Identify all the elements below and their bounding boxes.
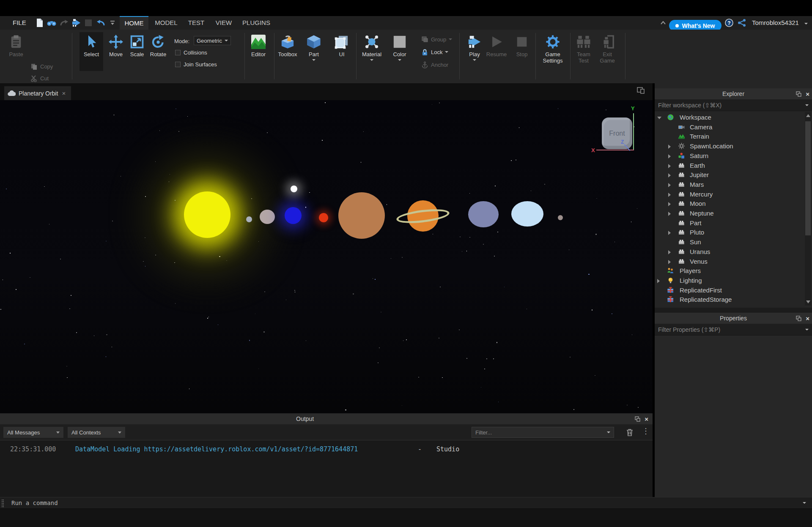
explorer-item-camera[interactable]: Camera <box>655 123 804 132</box>
explorer-item-spawnlocation[interactable]: SpawnLocation <box>655 142 804 151</box>
chevron-right-icon[interactable] <box>668 164 671 168</box>
explorer-item-saturn[interactable]: Saturn <box>655 151 804 161</box>
ui-button[interactable]: UI <box>330 32 354 71</box>
explorer-item-terrain[interactable]: Terrain <box>655 132 804 142</box>
planet-moon[interactable] <box>291 186 297 192</box>
anchor-button[interactable]: Anchor <box>421 60 448 69</box>
resume-button[interactable]: Resume <box>485 32 508 71</box>
explorer-item-workspace[interactable]: Workspace <box>655 113 804 123</box>
quick-play-icon[interactable] <box>71 18 81 28</box>
tab-home[interactable]: HOME <box>120 16 148 30</box>
chevron-right-icon[interactable] <box>668 193 671 197</box>
properties-close-icon[interactable]: × <box>806 316 809 321</box>
share-icon[interactable] <box>737 18 747 28</box>
explorer-item-pluto[interactable]: Pluto <box>655 228 804 238</box>
document-tab[interactable]: Planetary Orbit × <box>4 86 71 100</box>
join-surfaces-checkbox[interactable] <box>175 62 181 67</box>
viewport-3d[interactable]: Front Y X Z <box>0 100 653 413</box>
chevron-right-icon[interactable] <box>668 202 671 206</box>
chevron-right-icon[interactable] <box>668 260 671 264</box>
explorer-item-part[interactable]: Part <box>655 218 804 228</box>
planet-pluto[interactable] <box>558 215 563 220</box>
output-options-icon[interactable]: ⋮ <box>642 426 650 436</box>
paste-button[interactable]: Paste <box>4 32 28 71</box>
toolbox-button[interactable]: Toolbox <box>276 32 299 71</box>
planet-neptune[interactable] <box>468 201 499 227</box>
explorer-item-replicatedstorage[interactable]: ReplicatedStorage <box>655 295 804 305</box>
explorer-item-jupiter[interactable]: Jupiter <box>655 170 804 180</box>
collisions-checkbox[interactable] <box>175 50 181 55</box>
team-test-button[interactable]: TeamTest <box>572 32 595 71</box>
explorer-item-uranus[interactable]: Uranus <box>655 247 804 257</box>
planet-venus[interactable] <box>260 210 275 224</box>
explorer-item-mercury[interactable]: Mercury <box>655 190 804 199</box>
tab-model[interactable]: MODEL <box>151 16 181 30</box>
chevron-right-icon[interactable] <box>668 212 671 216</box>
game-settings-button[interactable]: GameSettings <box>539 32 567 71</box>
group-button[interactable]: Group <box>421 35 452 44</box>
new-file-icon[interactable] <box>35 18 45 28</box>
color-button[interactable]: Color <box>387 32 412 71</box>
open-binoculars-icon[interactable] <box>47 18 57 28</box>
planet-earth[interactable] <box>285 207 302 224</box>
select-tool-button[interactable]: Select <box>80 32 103 71</box>
chevron-right-icon[interactable] <box>668 145 671 149</box>
command-bar-grip[interactable] <box>2 500 4 507</box>
messages-filter-dropdown[interactable]: All Messages <box>3 427 63 438</box>
explorer-item-sun[interactable]: Sun <box>655 238 804 247</box>
float-viewport-icon[interactable] <box>637 87 645 94</box>
play-button[interactable]: Play <box>463 32 486 71</box>
tab-plugins[interactable]: PLUGINS <box>239 16 273 30</box>
view-cube[interactable]: Front <box>602 117 632 149</box>
file-menu[interactable]: FILE <box>6 16 33 30</box>
terrain-editor-button[interactable]: Editor <box>247 32 270 71</box>
planet-sun[interactable] <box>184 191 230 238</box>
stop-button[interactable]: Stop <box>510 32 534 71</box>
explorer-item-neptune[interactable]: Neptune <box>655 209 804 218</box>
tab-view[interactable]: VIEW <box>211 16 236 30</box>
undo-icon[interactable] <box>96 18 106 28</box>
scale-tool-button[interactable]: Scale <box>125 32 149 71</box>
chevron-right-icon[interactable] <box>668 173 671 177</box>
planet-mercury[interactable] <box>246 216 252 222</box>
chevron-right-icon[interactable] <box>668 154 671 158</box>
lock-button[interactable]: Lock <box>421 47 448 57</box>
properties-filter-input[interactable]: Filter Properties (⇧⌘P) <box>655 324 812 336</box>
username-caret-icon[interactable] <box>801 19 811 29</box>
chevron-right-icon[interactable] <box>668 183 671 187</box>
explorer-float-icon[interactable] <box>796 91 801 97</box>
material-button[interactable]: Material <box>359 32 385 71</box>
contexts-filter-dropdown[interactable]: All Contexts <box>68 427 125 438</box>
collapse-ribbon-icon[interactable] <box>658 18 668 28</box>
rotate-tool-button[interactable]: Rotate <box>146 32 170 71</box>
panel-splitter[interactable] <box>655 308 812 313</box>
planet-mars[interactable] <box>319 213 328 222</box>
scroll-up-icon[interactable] <box>806 114 810 117</box>
explorer-item-earth[interactable]: Earth <box>655 161 804 171</box>
output-float-icon[interactable] <box>635 416 640 422</box>
explorer-item-replicatedfirst[interactable]: ReplicatedFirst <box>655 286 804 295</box>
customize-toolbar-icon[interactable] <box>107 18 118 28</box>
chevron-right-icon[interactable] <box>668 250 671 254</box>
explorer-item-mars[interactable]: Mars <box>655 180 804 190</box>
command-bar-caret-icon[interactable] <box>803 502 806 504</box>
explorer-item-players[interactable]: Players <box>655 266 804 276</box>
copy-button[interactable]: Copy <box>30 62 53 71</box>
username-menu[interactable]: Tomroblox54321 <box>752 16 799 30</box>
scroll-down-icon[interactable] <box>806 300 810 303</box>
document-tab-close-icon[interactable]: × <box>62 90 66 97</box>
chevron-right-icon[interactable] <box>668 231 671 235</box>
properties-float-icon[interactable] <box>796 316 801 321</box>
output-log[interactable]: 22:35:31.000DataModel Loading https://as… <box>0 440 653 497</box>
output-close-icon[interactable]: × <box>645 416 648 422</box>
chevron-right-icon[interactable] <box>657 279 660 283</box>
scrollbar-thumb[interactable] <box>805 121 811 235</box>
output-filter-input[interactable]: Filter... <box>472 427 614 438</box>
part-button[interactable]: Part <box>302 32 326 71</box>
cut-button[interactable]: Cut <box>30 74 49 83</box>
clear-output-icon[interactable] <box>625 428 634 437</box>
explorer-item-venus[interactable]: Venus <box>655 257 804 267</box>
help-icon[interactable]: ? <box>724 18 734 28</box>
exit-game-button[interactable]: ExitGame <box>595 32 619 71</box>
move-tool-button[interactable]: Move <box>104 32 128 71</box>
